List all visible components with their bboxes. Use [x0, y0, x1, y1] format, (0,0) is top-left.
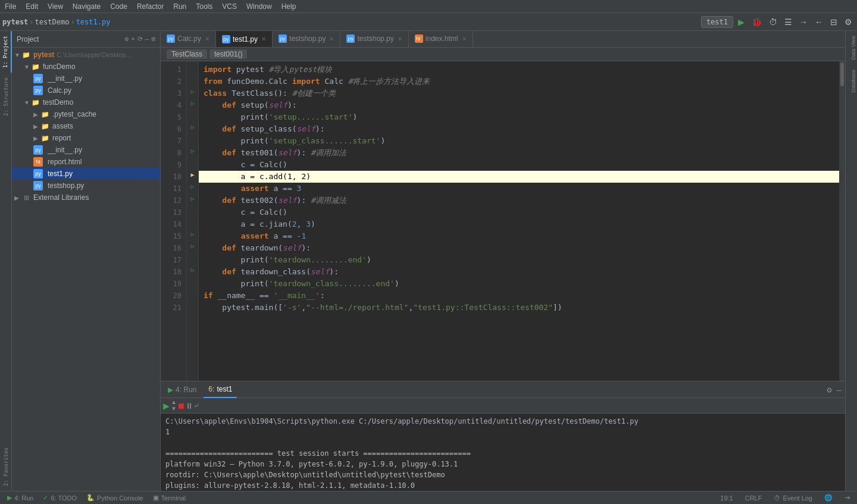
tree-item-assets[interactable]: ▶ 📁 assets	[12, 120, 160, 132]
gutter-18[interactable]: ▷	[187, 264, 198, 276]
tree-item-init-testdemo[interactable]: py __init__.py	[12, 144, 160, 156]
tab-calcpy[interactable]: py Calc.py ✕	[161, 31, 216, 47]
code-content[interactable]: import pytest #导入pytest模块 from funcDemo.…	[199, 61, 839, 381]
console-run-btn[interactable]: ▶	[163, 401, 170, 411]
back-button[interactable]: ←	[812, 16, 825, 28]
py-icon-init2: py	[33, 145, 43, 155]
run-button[interactable]: ▶	[736, 16, 747, 28]
console-pause-btn[interactable]: ⏸	[185, 401, 193, 411]
menu-run[interactable]: Run	[168, 1, 191, 12]
tree-arrow: ▼	[14, 52, 21, 58]
sidebar-icon-favorites[interactable]: 2: Favorites	[0, 443, 12, 491]
tree-item-reporthtml[interactable]: ht report.html	[12, 156, 160, 168]
sidebar-icon-structure[interactable]: 2: Structure	[0, 73, 12, 121]
panel-header-icons: ⚙ + ⟳ — ⊞	[125, 35, 156, 43]
run-config-selector[interactable]: test1	[701, 16, 733, 28]
right-sidebar-dataview[interactable]: Data View	[846, 31, 858, 65]
tree-item-pytest-cache[interactable]: ▶ 📁 .pytest_cache	[12, 108, 160, 120]
status-python-console[interactable]: 🐍 Python Console	[84, 494, 146, 502]
tree-item-pytest-root[interactable]: ▼ 📁 pytest C:\Users\apple\Desktop...	[12, 49, 160, 61]
tab-close-calc[interactable]: ✕	[205, 36, 209, 42]
menu-vcs[interactable]: VCS	[217, 1, 242, 12]
tab-close-testshop2[interactable]: ✕	[398, 36, 402, 42]
menu-view[interactable]: View	[43, 1, 68, 12]
bottom-tab-test1[interactable]: 6: test1	[204, 381, 237, 398]
right-sidebar-database[interactable]: Database	[846, 65, 858, 98]
gutter-4[interactable]: ▷	[187, 97, 198, 109]
gutter-11[interactable]: ▷	[187, 180, 198, 192]
gutter-8[interactable]: ▷	[187, 145, 198, 156]
profile-button[interactable]: ⏱	[767, 16, 780, 28]
breadcrumb-test1py[interactable]: test1.py	[76, 18, 111, 26]
coverage-button[interactable]: ☰	[782, 16, 795, 28]
tree-item-external-libs[interactable]: ▶ ⊞ External Libraries	[12, 192, 160, 204]
status-position[interactable]: 19:1	[718, 494, 735, 502]
search-button[interactable]: ⊟	[828, 16, 840, 28]
breadcrumb-testdemo[interactable]: testDemo	[35, 18, 70, 26]
menu-help[interactable]: Help	[277, 1, 301, 12]
panel-add-icon[interactable]: +	[131, 35, 135, 43]
menu-file[interactable]: File	[0, 1, 21, 12]
menu-code[interactable]: Code	[105, 1, 132, 12]
panel-expand-icon[interactable]: ⊞	[151, 35, 155, 43]
menu-tools[interactable]: Tools	[191, 1, 217, 12]
tree-item-report[interactable]: ▶ 📁 report	[12, 132, 160, 144]
tree-item-init-funcdemo[interactable]: py __init__.py	[12, 73, 160, 84]
tab-close-testshop1[interactable]: ✕	[329, 36, 334, 42]
tab-close-indexhtml[interactable]: ✕	[462, 36, 467, 42]
tab-indexhtml[interactable]: ht index.html ✕	[409, 31, 473, 47]
status-event-log[interactable]: ⏱ Event Log	[771, 494, 815, 502]
gutter-10[interactable]: ▶	[187, 168, 198, 180]
status-indent[interactable]: ⇥	[842, 494, 852, 502]
console-line-4: rootdir: C:\Users\apple\Desktop\untitled…	[165, 469, 840, 480]
menu-window[interactable]: Window	[242, 1, 277, 12]
status-run[interactable]: ▶ 4: Run	[5, 494, 36, 502]
panel-collapse-icon[interactable]: —	[145, 35, 149, 43]
forward-button[interactable]: →	[797, 16, 810, 28]
bottom-tab-run[interactable]: ▶ 4: Run	[163, 381, 201, 398]
breadcrumb-pytest[interactable]: pytest	[2, 18, 28, 26]
tree-item-calc[interactable]: py Calc.py	[12, 84, 160, 96]
gutter-6[interactable]: ▷	[187, 121, 198, 133]
minimize-icon-bottom[interactable]: —	[836, 384, 843, 396]
console-down-btn[interactable]: ▼	[171, 406, 177, 412]
tab-testshop2[interactable]: py testshop.py ✕	[340, 31, 408, 47]
project-panel: Project ⚙ + ⟳ — ⊞ ▼ 📁 pytest C:\Users\ap…	[12, 31, 161, 491]
status-encoding[interactable]: 🌐	[822, 494, 835, 502]
console-up-btn[interactable]: ▲	[171, 399, 177, 405]
tree-arrow-assets: ▶	[33, 123, 40, 130]
settings-icon-bottom[interactable]: ⚙	[825, 384, 833, 396]
gutter-16[interactable]: ▷	[187, 240, 198, 252]
tree-item-funcdemo[interactable]: ▼ 📁 funcDemo	[12, 61, 160, 73]
py-icon-calc: py	[33, 86, 43, 95]
settings-button[interactable]: ⚙	[842, 16, 855, 28]
menu-edit[interactable]: Edit	[21, 1, 43, 12]
menu-refactor[interactable]: Refactor	[132, 1, 168, 12]
tree-label-pytest: pytest	[33, 51, 54, 59]
status-python-console-label: Python Console	[97, 494, 143, 502]
code-line-2: from funcDemo.Calc import Calc #将上一步方法导入…	[199, 76, 839, 87]
sidebar-icon-project[interactable]: 1: Project	[0, 31, 12, 73]
breadcrumb-class[interactable]: TestClass	[167, 49, 207, 59]
tab-testshop1[interactable]: py testshop.py ✕	[273, 31, 340, 47]
gutter-15[interactable]: ▷	[187, 228, 198, 240]
status-line-ending[interactable]: CRLF	[743, 494, 765, 502]
console-stop-btn[interactable]: ⏹	[177, 401, 185, 411]
gutter-12[interactable]: ▷	[187, 192, 198, 204]
scrollbar-vertical[interactable]	[839, 61, 845, 381]
breadcrumb-method[interactable]: test001()	[209, 49, 247, 59]
tab-test1py[interactable]: py test1.py ✕	[216, 31, 273, 47]
scrollbar-thumb[interactable]	[840, 62, 844, 86]
panel-settings-icon[interactable]: ⚙	[125, 35, 129, 43]
tree-item-testdemo[interactable]: ▼ 📁 testDemo	[12, 96, 160, 108]
status-terminal[interactable]: ▣ Terminal	[151, 494, 189, 502]
panel-sync-icon[interactable]: ⟳	[137, 35, 143, 43]
console-wrap-btn[interactable]: ⤶	[193, 402, 199, 410]
menu-navigate[interactable]: Navigate	[68, 1, 105, 12]
status-todo[interactable]: ✓ 6: TODO	[40, 494, 79, 502]
debug-button[interactable]: 🐞	[749, 16, 764, 28]
tab-close-test1[interactable]: ✕	[261, 36, 266, 42]
tree-label-cache: .pytest_cache	[52, 110, 96, 118]
tree-item-testshop[interactable]: py testshop.py	[12, 180, 160, 192]
tree-item-test1py[interactable]: py test1.py	[12, 168, 160, 180]
